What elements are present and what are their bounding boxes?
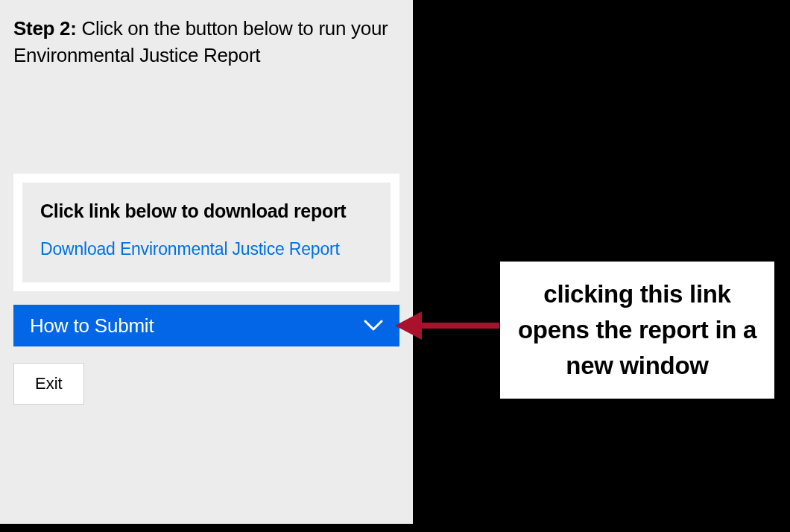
- download-card-outer: Click link below to download report Down…: [13, 174, 399, 291]
- download-report-link[interactable]: Download Environmental Justice Report: [40, 236, 373, 262]
- annotation-arrow-icon: [395, 307, 507, 344]
- annotation-text: clicking this link opens the report in a…: [516, 276, 758, 384]
- accordion-label: How to Submit: [30, 314, 154, 338]
- download-card: Click link below to download report Down…: [22, 183, 391, 282]
- download-heading: Click link below to download report: [40, 199, 373, 224]
- exit-button[interactable]: Exit: [13, 363, 84, 405]
- step-heading: Step 2: Click on the button below to run…: [13, 15, 399, 69]
- step-label: Step 2:: [13, 17, 77, 39]
- main-panel: Step 2: Click on the button below to run…: [0, 0, 413, 524]
- how-to-submit-accordion[interactable]: How to Submit: [13, 305, 399, 346]
- annotation-callout: clicking this link opens the report in a…: [499, 261, 775, 399]
- chevron-down-icon: [364, 320, 383, 332]
- svg-marker-1: [395, 311, 422, 340]
